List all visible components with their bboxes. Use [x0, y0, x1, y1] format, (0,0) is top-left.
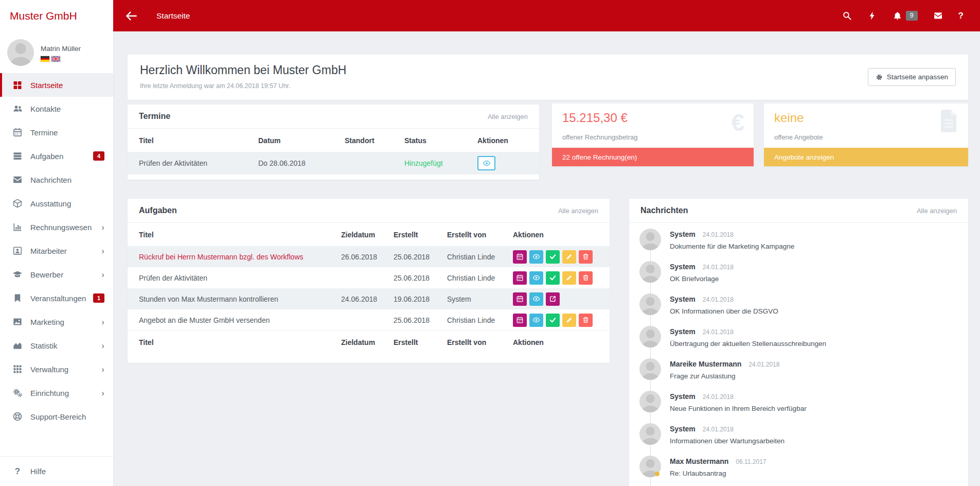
- message-item[interactable]: Mareike Mustermann24.01.2018Frage zur Au…: [639, 358, 958, 391]
- uk-flag-icon[interactable]: [51, 56, 60, 62]
- pencil-icon: [565, 316, 573, 324]
- sidebar-item-verwaltung[interactable]: Verwaltung›: [0, 357, 113, 381]
- graduation-cap-icon: [12, 269, 23, 280]
- aufgaben-header-row: Titel Zieldatum Erstellt Erstellt von Ak…: [128, 223, 610, 246]
- action-trash-button[interactable]: [579, 314, 593, 327]
- action-pencil-button[interactable]: [562, 314, 576, 327]
- sidebar-item-einrichtung[interactable]: Einrichtung›: [0, 381, 113, 405]
- envelope-icon[interactable]: [933, 11, 943, 21]
- open-offers-amount: keine: [774, 111, 804, 125]
- show-offers-banner[interactable]: Angebote anzeigen: [764, 148, 968, 166]
- user-avatar[interactable]: [7, 39, 34, 66]
- termine-see-all-link[interactable]: Alle anzeigen: [488, 113, 528, 120]
- message-list: System24.01.2018Dokumente für die Market…: [629, 223, 968, 486]
- action-pencil-button[interactable]: [562, 250, 576, 264]
- open-invoice-label: offener Rechnungsbetrag: [562, 133, 637, 141]
- company-logo: Muster GmbH: [0, 0, 113, 31]
- action-pencil-button[interactable]: [562, 271, 576, 285]
- action-eye-button[interactable]: [529, 271, 543, 285]
- sidebar-item-kontakte[interactable]: Kontakte: [0, 97, 113, 120]
- message-item[interactable]: System24.01.2018OK Informationen über di…: [639, 293, 958, 326]
- help-icon[interactable]: ?: [958, 11, 964, 21]
- message-item[interactable]: System24.01.2018Dokumente für die Market…: [639, 229, 958, 261]
- german-flag-icon[interactable]: [41, 56, 49, 62]
- sidebar-item-veranstaltungen[interactable]: Veranstaltungen1: [0, 286, 113, 310]
- message-sender: System: [670, 295, 696, 303]
- check-icon: [549, 274, 557, 282]
- pencil-icon: [565, 253, 573, 261]
- open-invoice-amount: 15.215,30 €: [562, 111, 628, 125]
- sidebar-item-label: Support-Bereich: [30, 412, 86, 421]
- avatar: [639, 293, 661, 315]
- message-sender: Max Mustermann: [670, 457, 728, 465]
- avatar: [639, 261, 661, 283]
- action-eye-button[interactable]: [477, 156, 495, 170]
- action-eye-button[interactable]: [529, 250, 543, 264]
- column-header: Standort: [345, 136, 404, 145]
- action-eye-button[interactable]: [529, 314, 543, 327]
- action-calendar-button[interactable]: [513, 250, 527, 264]
- sidebar-item-termine[interactable]: Termine: [0, 120, 113, 144]
- aufgabe-titel: Stunden von Max Mustermann kontrollieren: [139, 295, 341, 303]
- main-content: Herzlich Willkommen bei Muster GmbH Ihre…: [113, 31, 980, 486]
- aufgaben-see-all-link[interactable]: Alle anzeigen: [558, 207, 598, 215]
- sidebar-item-marketing[interactable]: Marketing›: [0, 310, 113, 334]
- sidebar-item-support-bereich[interactable]: Support-Bereich: [0, 405, 113, 428]
- nachrichten-see-all-link[interactable]: Alle anzeigen: [917, 207, 957, 215]
- sidebar-item-mitarbeiter[interactable]: Mitarbeiter›: [0, 239, 113, 263]
- aufgaben-row: Rückruf bei Herrn Mustermann bzgl. des W…: [128, 246, 610, 267]
- search-icon[interactable]: [842, 11, 852, 21]
- sidebar-item-label: Marketing: [30, 318, 64, 326]
- message-subject: OK Informationen über die DSGVO: [670, 307, 778, 315]
- notifications-button[interactable]: 9: [893, 11, 918, 21]
- action-trash-button[interactable]: [579, 271, 593, 285]
- sidebar-item-aufgaben[interactable]: Aufgaben4: [0, 144, 113, 168]
- bell-icon: [893, 11, 902, 21]
- sidebar-item-nachrichten[interactable]: Nachrichten: [0, 168, 113, 192]
- action-check-button[interactable]: [546, 271, 560, 285]
- calendar-icon: [516, 274, 524, 282]
- document-icon: [938, 109, 959, 133]
- sidebar-item-hilfe[interactable]: ? Hilfe: [0, 456, 113, 486]
- eye-icon: [532, 316, 540, 324]
- action-calendar-button[interactable]: [513, 271, 527, 285]
- open-invoices-banner[interactable]: 22 offene Rechnung(en): [552, 148, 754, 166]
- eye-icon: [532, 253, 540, 261]
- message-item[interactable]: System24.01.2018Neue Funktionen in Ihrem…: [639, 391, 958, 423]
- action-trash-button[interactable]: [579, 250, 593, 264]
- image-icon: [12, 317, 23, 327]
- aufgabe-erstellt: 19.06.2018: [394, 295, 447, 303]
- back-arrow-icon[interactable]: [124, 9, 138, 23]
- area-chart-icon: [12, 340, 23, 351]
- last-login-text: Ihre letzte Anmeldung war am 24.06.2018 …: [140, 82, 968, 90]
- sidebar-item-rechnungswesen[interactable]: Rechnungswesen›: [0, 215, 113, 239]
- action-check-button[interactable]: [546, 314, 560, 327]
- sidebar-item-startseite[interactable]: Startseite: [0, 73, 113, 97]
- message-item[interactable]: System24.01.2018Übertragung der aktuelle…: [639, 326, 958, 358]
- column-header: Titel: [139, 338, 341, 346]
- message-item[interactable]: System24.01.2018Informationen über Wartu…: [639, 423, 958, 456]
- sidebar-item-label: Startseite: [30, 81, 63, 90]
- column-header: Erstellt von: [447, 231, 513, 239]
- termin-datum: Do 28.06.2018: [258, 159, 345, 167]
- column-header: Datum: [258, 136, 345, 145]
- bolt-icon[interactable]: [867, 11, 877, 21]
- action-calendar-button[interactable]: [513, 314, 527, 327]
- customize-home-button[interactable]: Startseite anpassen: [868, 68, 956, 86]
- action-eye-button[interactable]: [529, 292, 543, 306]
- message-subject: Re: Urlaubsantrag: [670, 470, 767, 477]
- action-calendar-button[interactable]: [513, 292, 527, 306]
- sidebar-item-bewerber[interactable]: Bewerber›: [0, 263, 113, 286]
- action-share-button[interactable]: [546, 292, 560, 306]
- action-check-button[interactable]: [546, 250, 560, 264]
- avatar: [639, 326, 661, 348]
- message-item[interactable]: System24.01.2018OK Briefvorlage: [639, 261, 958, 293]
- sidebar-item-statistik[interactable]: Statistik›: [0, 334, 113, 357]
- chevron-right-icon: ›: [101, 365, 104, 374]
- column-header: Titel: [139, 231, 341, 239]
- sidebar-item-label: Veranstaltungen: [30, 294, 86, 303]
- aufgabe-titel[interactable]: Rückruf bei Herrn Mustermann bzgl. des W…: [139, 253, 341, 261]
- sidebar-item-ausstattung[interactable]: Ausstattung: [0, 192, 113, 215]
- customize-home-label: Startseite anpassen: [887, 73, 948, 81]
- message-item[interactable]: Max Mustermann06.11.2017Re: Urlaubsantra…: [639, 456, 958, 486]
